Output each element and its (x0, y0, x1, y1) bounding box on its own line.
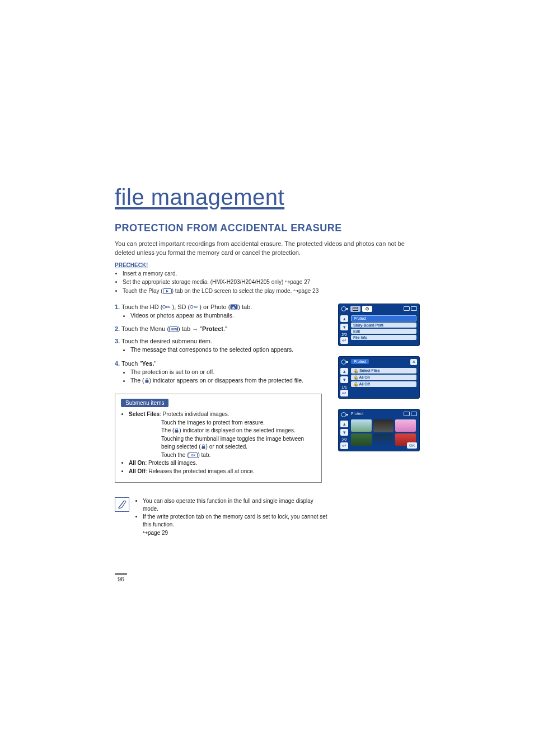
page-ref-arrow-icon: ↪ (285, 278, 290, 287)
photo-tab-icon (230, 304, 238, 310)
play-tab-icon (163, 288, 172, 294)
lcd-screen-title: Protect (351, 359, 369, 364)
hd-tab-icon: HD (162, 304, 170, 310)
thumbnail (351, 419, 372, 432)
step-3: 3. Touch the desired submenu item. The m… (115, 338, 328, 354)
note-item: You can also operate this function in th… (143, 497, 328, 513)
lcd-tab-selected (362, 306, 372, 312)
svg-rect-23 (346, 361, 348, 363)
step-number: 1. (115, 304, 120, 310)
lcd-screen-title: Protect (351, 412, 363, 416)
lcd-menu-item: 🔒 All On (351, 375, 416, 380)
precheck-item: Insert a memory card. (123, 270, 422, 278)
back-button: ↩ (340, 390, 348, 396)
page-ref-arrow-icon: ↪ (143, 529, 148, 537)
svg-text:OK: OK (191, 454, 196, 457)
lcd-page-indicator: 1/1 (340, 385, 348, 389)
svg-rect-11 (145, 380, 148, 383)
note-item: If the write protection tab on the memor… (143, 513, 328, 537)
lcd-screenshot-thumbnails: Protect ▴ ▾ 2/2 ↩ OK (338, 409, 420, 451)
svg-point-8 (235, 305, 236, 306)
thumbnail-grid (351, 419, 416, 446)
step-1: 1. Touch the HD (HD ), SD (SD ) or Photo… (115, 304, 328, 320)
lcd-page-indicator: 2/2 (340, 333, 348, 337)
ok-button: OK (407, 442, 417, 449)
thumbnail (373, 419, 394, 432)
lcd-menu-item: Story-Board Print (351, 323, 416, 328)
page-ref-arrow-icon: ↪ (293, 287, 298, 296)
battery-card-icons (404, 412, 417, 416)
svg-point-21 (367, 309, 368, 310)
svg-rect-13 (202, 446, 205, 449)
menu-tab-icon: MENU (169, 325, 178, 332)
step-number: 3. (115, 338, 120, 344)
step-sub-item: The () indicator appears on or disappear… (130, 376, 328, 385)
section-heading: PROTECTION FROM ACCIDENTAL ERASURE (115, 222, 422, 234)
arrow-right-icon: → (192, 326, 198, 333)
svg-rect-12 (175, 430, 179, 433)
up-arrow-button: ▴ (340, 421, 348, 427)
step-4: 4. Touch "Yes." The protection is set to… (115, 360, 328, 385)
down-arrow-button: ▾ (340, 429, 348, 436)
precheck-item: Set the appropriate storage media. (HMX-… (123, 278, 422, 287)
lcd-screenshot-protect-options: Protect ✕ ▴ ▾ 1/1 🔒 Select Files 🔒 All O… (338, 356, 420, 399)
lcd-menu-item-highlighted: Protect (351, 315, 416, 321)
lock-icon (201, 444, 206, 450)
up-arrow-button: ▴ (340, 315, 348, 322)
ok-tab-icon: OK (189, 452, 198, 458)
submenu-item: Select Files: Protects individual images… (129, 410, 316, 459)
step-sub-item: Videos or photos appear as thumbnails. (130, 311, 328, 320)
lcd-tab (350, 306, 360, 312)
step-number: 2. (115, 325, 120, 332)
svg-point-22 (341, 360, 346, 365)
page-title: file management (115, 185, 422, 210)
lock-icon (144, 377, 149, 384)
svg-point-4 (190, 306, 193, 309)
note-icon (115, 497, 129, 512)
note-block: You can also operate this function in th… (115, 497, 328, 537)
submenu-item: All Off: Releases the protected images a… (129, 468, 316, 476)
camcorder-icon (341, 306, 349, 312)
step-number: 4. (115, 360, 120, 367)
submenu-box: Submenu items Select Files: Protects ind… (115, 394, 322, 483)
thumbnail (395, 419, 416, 432)
camcorder-icon (341, 359, 349, 365)
close-button: ✕ (410, 359, 417, 365)
precheck-item: Touch the Play () tab on the LCD screen … (123, 287, 422, 296)
back-button: ↩ (340, 442, 348, 449)
svg-point-16 (341, 307, 346, 311)
svg-point-2 (163, 306, 166, 309)
up-arrow-button: ▴ (340, 368, 348, 375)
lcd-page-indicator: 2/2 (340, 438, 348, 442)
submenu-heading: Submenu items (121, 399, 168, 407)
intro-text: You can protect important recordings fro… (115, 240, 422, 258)
battery-card-icons (404, 306, 417, 311)
step-2: 2. Touch the Menu (MENU) tab → "Protect.… (115, 325, 328, 332)
lock-icon (174, 427, 179, 433)
lcd-menu-item: 🔓 All Off (351, 381, 416, 387)
down-arrow-button: ▾ (340, 376, 348, 383)
lcd-menu-item: File Info (351, 335, 416, 340)
lcd-screenshot-menu: ▴ ▾ 2/2 Protect Story-Board Print Edit F… (338, 304, 420, 346)
back-button: ↩ (340, 337, 348, 344)
thumbnail (373, 433, 394, 446)
step-sub-item: The protection is set to on or off. (130, 368, 328, 376)
down-arrow-button: ▾ (340, 324, 348, 330)
thumbnail (351, 433, 372, 446)
lcd-menu-item: 🔒 Select Files (351, 368, 416, 374)
svg-rect-25 (346, 414, 348, 416)
submenu-item: All On: Protects all images. (129, 459, 316, 468)
svg-rect-6 (231, 305, 238, 310)
precheck-label: PRECHECK! (115, 262, 422, 268)
page-number: 96 (115, 573, 127, 582)
step-sub-item: The message that corresponds to the sele… (130, 346, 328, 354)
svg-rect-17 (346, 308, 348, 310)
sd-tab-icon: SD (190, 304, 198, 310)
precheck-list: Insert a memory card. Set the appropriat… (115, 270, 422, 296)
lcd-menu-item: Edit (351, 329, 416, 334)
svg-point-24 (341, 413, 346, 417)
svg-text:MENU: MENU (171, 328, 178, 331)
camcorder-icon (341, 412, 349, 418)
